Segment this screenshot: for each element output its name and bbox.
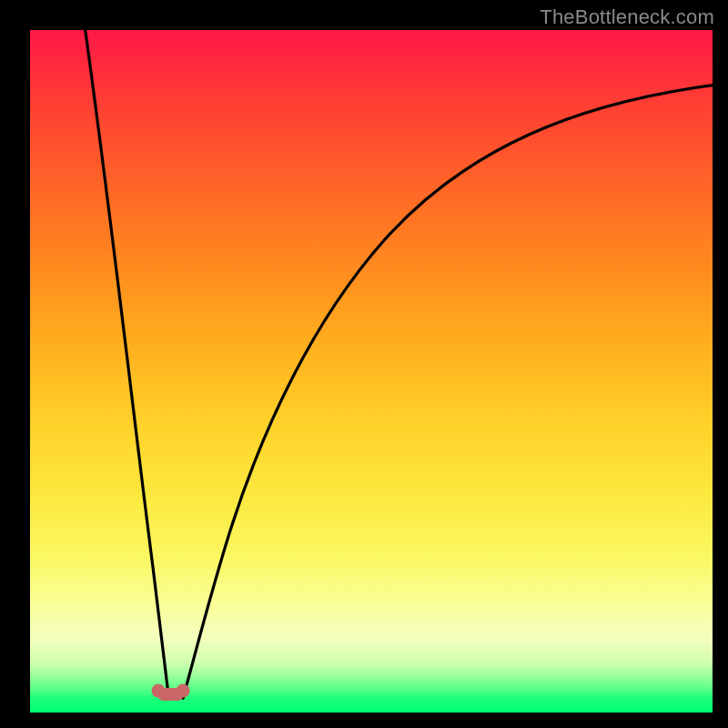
- svg-rect-2: [158, 688, 183, 701]
- bottleneck-curve: [30, 30, 713, 713]
- watermark-text: TheBottleneck.com: [540, 5, 714, 29]
- plot-area: [30, 30, 713, 713]
- chart-frame: TheBottleneck.com: [0, 0, 728, 728]
- curve-left-branch: [85, 30, 168, 694]
- curve-right-branch: [183, 85, 713, 698]
